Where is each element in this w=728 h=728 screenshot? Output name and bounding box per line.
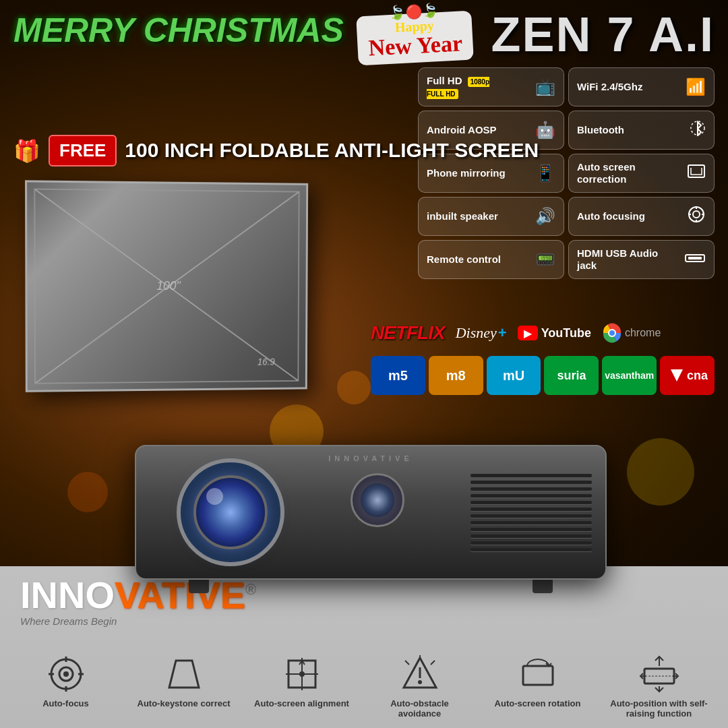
product-title: ZEN 7 A.I — [491, 7, 715, 62]
youtube-logo-area: ▶ YouTube — [518, 326, 591, 340]
bokeh-4 — [67, 472, 108, 512]
feature-remote: Remote control 📟 — [418, 240, 564, 279]
foot-right — [533, 580, 553, 593]
auto-screen-icon — [687, 163, 706, 183]
grille-line-4 — [471, 494, 592, 497]
grille-line-2 — [471, 481, 592, 484]
feature-hdmi-label: HDMI USB Audio jack — [577, 247, 679, 272]
feature-speaker-label: inbuilt speaker — [427, 210, 530, 222]
channel-suria: suria — [544, 356, 599, 395]
grille-line-1 — [471, 474, 592, 477]
svg-point-30 — [299, 671, 305, 677]
svg-line-37 — [431, 661, 435, 665]
svg-line-36 — [405, 661, 409, 665]
disney-logo: Disney — [456, 324, 497, 342]
youtube-icon: ▶ — [518, 326, 538, 340]
grille-line-5 — [471, 501, 592, 504]
grille-line-6 — [471, 508, 592, 511]
chrome-icon — [602, 323, 622, 343]
grille-line-9 — [471, 528, 592, 531]
feature-auto-screen: Auto screen correction — [568, 154, 715, 193]
feature-hdmi: HDMI USB Audio jack — [568, 240, 715, 279]
projector-feet — [135, 580, 607, 593]
alignment-icon — [282, 654, 322, 694]
feature-remote-label: Remote control — [427, 253, 530, 266]
channel-vasantham: vasantham — [602, 356, 657, 395]
brand-inno: INNO — [20, 574, 115, 616]
autofocus-icon — [46, 654, 86, 694]
svg-point-21 — [63, 671, 69, 677]
chrome-logo-area: chrome — [602, 323, 661, 343]
screen-frame: 100" 16:9 — [25, 180, 308, 392]
svg-point-17 — [609, 330, 615, 336]
free-offer-area: 🎁 FREE 100 INCH FOLDABLE ANTI-LIGHT SCRE… — [13, 135, 539, 166]
projector-lens-inner — [193, 475, 268, 549]
bluetooth-icon — [690, 120, 706, 140]
obstacle-icon — [400, 654, 440, 694]
channel-m8: m8 — [429, 356, 483, 395]
svg-point-35 — [418, 680, 422, 684]
alignment-label: Auto-screen alignment — [254, 698, 349, 708]
grille-line-10 — [471, 535, 592, 538]
feature-fullhd: Full HD 1080pFULL HD 📺 — [418, 67, 564, 107]
svg-point-2 — [689, 207, 704, 222]
keystone-icon — [164, 654, 204, 694]
obstacle-label: Auto-obstacle avoidance — [369, 698, 471, 719]
feature-auto-focus-label: Auto focusing — [577, 210, 681, 222]
disney-plus: + — [498, 324, 507, 342]
channel-cna: cna — [660, 356, 715, 395]
chrome-label: chrome — [625, 327, 661, 339]
projector-brand-label: INNOVATIVE — [328, 454, 413, 462]
grille-line-11 — [471, 541, 592, 545]
autofocus-label: Auto-focus — [42, 698, 89, 708]
svg-marker-26 — [169, 661, 199, 688]
disney-logo-area: Disney + — [456, 324, 507, 342]
merry-christmas: Merry Christmas — [13, 13, 344, 47]
foot-left — [189, 580, 209, 593]
feature-bluetooth-label: Bluetooth — [577, 124, 684, 136]
bottom-item-rotation: Auto-screen rotation — [487, 654, 588, 719]
youtube-label: YouTube — [541, 326, 591, 340]
feature-fullhd-label: Full HD 1080pFULL HD — [427, 75, 530, 99]
grille-line-7 — [471, 514, 592, 518]
bottom-item-obstacle: Auto-obstacle avoidance — [369, 654, 471, 719]
channel-mu: mU — [487, 356, 541, 395]
feature-phone-mirroring-label: Phone mirroring — [427, 167, 530, 179]
secondary-lens-inner — [361, 483, 394, 517]
svg-text:100": 100" — [156, 279, 181, 293]
projector-middle — [298, 460, 457, 566]
bottom-item-keystone: Auto-keystone correct — [133, 654, 235, 719]
feature-speaker: inbuilt speaker 🔊 — [418, 197, 564, 236]
position-icon — [639, 654, 679, 694]
svg-point-3 — [693, 211, 700, 218]
gift-icon: 🎁 — [13, 138, 40, 164]
keystone-label: Auto-keystone correct — [138, 698, 231, 708]
streaming-section: NETFLIX Disney + ▶ YouTube — [371, 317, 715, 395]
bottom-icons-row: Auto-focus Auto-keystone correct — [0, 654, 728, 719]
bottom-item-autofocus: Auto-focus — [16, 654, 117, 719]
hdmi-icon — [684, 250, 706, 269]
projector-secondary-lens — [351, 473, 404, 527]
main-container: ZEN 7 A.I Merry Christmas Happy New Year… — [0, 0, 728, 728]
holly-decoration: 🍃🔴🍃 — [388, 2, 439, 21]
wifi-icon: 📶 — [686, 78, 706, 96]
feature-auto-screen-label: Auto screen correction — [577, 161, 681, 185]
svg-marker-18 — [671, 369, 683, 382]
lens-reflection — [206, 488, 223, 505]
svg-text:16:9: 16:9 — [257, 356, 275, 367]
free-badge: FREE — [49, 135, 117, 166]
svg-rect-9 — [688, 257, 702, 260]
feature-bluetooth: Bluetooth — [568, 111, 715, 150]
fullhd-icon: 📺 — [535, 78, 555, 96]
auto-focus-icon — [687, 205, 706, 228]
rotation-label: Auto-screen rotation — [495, 698, 581, 708]
bokeh-3 — [627, 438, 694, 506]
brand-tagline: Where Dreams Begin — [20, 615, 256, 627]
fullhd-badge: 1080pFULL HD — [427, 77, 489, 99]
screen-area: 100" 16:9 — [27, 182, 344, 431]
grille-line-8 — [471, 521, 592, 524]
channel-m5: m5 — [371, 356, 425, 395]
grille-line-3 — [471, 487, 592, 491]
feature-wifi: WiFi 2.4/5Ghz 📶 — [568, 67, 715, 107]
position-label: Auto-position with self-raising function — [605, 698, 713, 719]
